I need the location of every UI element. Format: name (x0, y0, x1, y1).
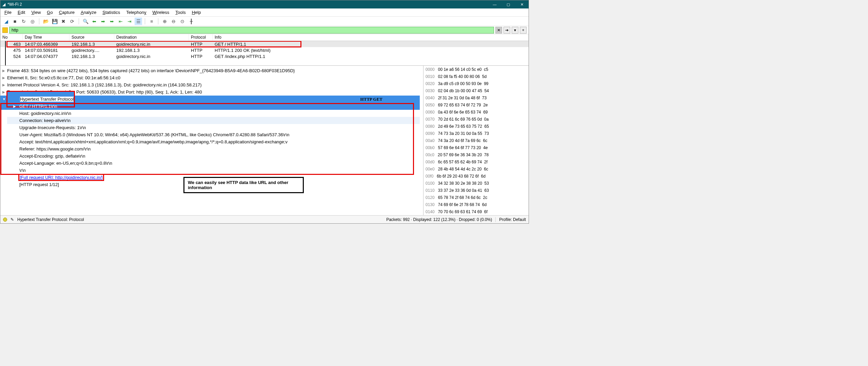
col-info[interactable]: Info (213, 34, 529, 41)
hex-row[interactable]: 00d0 6c 65 57 65 62 4b 69 74 2f (426, 160, 527, 167)
hex-row[interactable]: 0130 74 69 6f 6e 2f 78 68 74 6d (426, 202, 527, 209)
packet-row[interactable]: 475 14:07:03.509181 goidirectory.… 192.1… (0, 47, 529, 53)
auto-scroll-icon[interactable]: ☰ (135, 18, 142, 25)
menu-view[interactable]: View (31, 10, 41, 15)
open-file-icon[interactable]: 📂 (42, 18, 50, 25)
add-filter-button[interactable]: + (520, 27, 527, 34)
cell-dst: goidirectory.nic.in (114, 54, 189, 59)
hex-row[interactable]: 0000 00 1e a6 56 14 c0 5c e0 c5 (426, 67, 527, 74)
menu-tools[interactable]: Tools (175, 10, 185, 15)
hex-row[interactable]: 0110 33 37 2e 33 36 0d 0a 41 63 (426, 188, 527, 195)
resize-columns-icon[interactable]: ╂ (188, 18, 195, 25)
restart-capture-icon[interactable]: ↻ (20, 18, 27, 25)
hex-row[interactable]: 00c0 20 57 69 6e 36 34 3b 20 78 (426, 152, 527, 160)
detail-ip[interactable]: Internet Protocol Version 4, Src: 192.16… (7, 82, 202, 87)
menu-analyze[interactable]: Analyze (81, 10, 96, 15)
clear-filter-button[interactable]: ✕ (495, 27, 502, 34)
reload-icon[interactable]: ⟳ (68, 18, 76, 25)
apply-filter-button[interactable]: ➔ (504, 27, 510, 34)
close-button[interactable]: ✕ (515, 0, 529, 8)
detail-host[interactable]: Host: goidirectory.nic.in\r\n (19, 111, 71, 116)
detail-ref[interactable]: Referer: https://www.google.com/\r\n (19, 146, 91, 151)
hex-row[interactable]: 0140 70 70 6c 69 63 61 74 69 6f (426, 209, 527, 215)
hex-row[interactable]: 0030 02 04 db 1b 00 00 47 45 54 (426, 88, 527, 96)
col-src[interactable]: Source (70, 34, 114, 41)
packet-row[interactable]: 524 14:07:04.074377 192.168.1.3 goidirec… (0, 53, 529, 59)
hex-row[interactable]: 0090 74 73 3a 20 31 0d 0a 55 73 (426, 131, 527, 138)
packet-list[interactable]: 463 14:07:03.466369 192.168.1.3 goidirec… (0, 41, 529, 65)
menu-statistics[interactable]: Statistics (102, 10, 120, 15)
col-time[interactable]: Day Time (23, 34, 70, 41)
detail-accept[interactable]: Accept: text/html,application/xhtml+xml,… (19, 139, 288, 144)
hex-dump-pane[interactable]: 0000 00 1e a6 56 14 c0 5c e0 c50010 02 0… (423, 66, 529, 215)
packet-row[interactable]: 463 14:07:03.466369 192.168.1.3 goidirec… (0, 41, 529, 47)
cell-dst: goidirectory.nic.in (114, 42, 189, 47)
start-capture-icon[interactable]: ◢ (2, 18, 10, 25)
detail-al[interactable]: Accept-Language: en-US,en;q=0.9,bn;q=0.8… (19, 161, 112, 166)
detail-reqnum[interactable]: [HTTP request 1/12] (19, 182, 59, 187)
cell-src: goidirectory.… (70, 48, 114, 53)
capture-options-icon[interactable]: ◎ (29, 18, 36, 25)
find-icon[interactable]: 🔍 (82, 18, 89, 25)
mid-panes: ▶Frame 463: 534 bytes on wire (4272 bits… (0, 65, 529, 215)
hex-row[interactable]: 0050 69 72 65 63 74 6f 72 79 2e (426, 103, 527, 110)
detail-ua[interactable]: User-Agent: Mozilla/5.0 (Windows NT 10.0… (19, 132, 290, 137)
menu-telephony[interactable]: Telephony (126, 10, 146, 15)
detail-upg[interactable]: Upgrade-Insecure-Requests: 1\r\n (19, 125, 86, 130)
display-filter-input[interactable] (9, 27, 494, 34)
detail-full-uri-link[interactable]: [Full request URI: http://goidirectory.n… (19, 175, 103, 180)
col-proto[interactable]: Protocol (189, 34, 213, 41)
bookmark-icon[interactable] (2, 27, 8, 33)
expert-info-icon[interactable] (3, 218, 7, 222)
status-profile[interactable]: Profile: Default (495, 217, 526, 222)
col-no[interactable]: No (0, 34, 23, 41)
menu-wireless[interactable]: Wireless (153, 10, 170, 15)
hex-row[interactable]: 0100 34 32 38 30 2e 38 38 20 53 (426, 181, 527, 188)
hex-row[interactable]: 00e0 28 4b 48 54 4d 4c 2c 20 6c (426, 167, 527, 174)
colorize-icon[interactable]: ≡ (148, 18, 155, 25)
go-first-icon[interactable]: ⇤ (117, 18, 124, 25)
filter-history-button[interactable]: ▾ (512, 27, 518, 34)
hex-row[interactable]: 0040 2f 31 2e 31 0d 0a 48 6f 73 (426, 96, 527, 103)
maximize-button[interactable]: ▢ (501, 0, 515, 8)
hex-row[interactable]: 0120 65 78 74 2f 68 74 6d 6c 2c (426, 195, 527, 202)
overlay-http-get: HTTP GET (360, 97, 382, 102)
minimize-button[interactable]: — (488, 0, 501, 8)
zoom-out-icon[interactable]: ⊖ (170, 18, 177, 25)
hex-row[interactable]: 00f0 6b 6f 29 20 43 68 72 6f 6d (426, 174, 527, 181)
hex-row[interactable]: 0020 3a d9 c5 c9 00 50 93 0e 99 (426, 81, 527, 88)
detail-http-title[interactable]: Hypertext Transfer Protocol (20, 97, 74, 102)
hex-row[interactable]: 0060 0a 43 6f 6e 6e 65 63 74 69 (426, 110, 527, 117)
detail-frame[interactable]: Frame 463: 534 bytes on wire (4272 bits)… (7, 68, 295, 73)
menu-file[interactable]: File (4, 10, 12, 15)
edit-icon[interactable]: ✎ (11, 217, 14, 222)
menu-go[interactable]: Go (47, 10, 53, 15)
menu-edit[interactable]: Edit (18, 10, 25, 15)
cell-src: 192.168.1.3 (70, 54, 114, 59)
go-to-packet-icon[interactable]: ➥ (108, 18, 116, 25)
hex-row[interactable]: 0080 2d 49 6e 73 65 63 75 72 65 (426, 124, 527, 131)
col-dst[interactable]: Destination (114, 34, 189, 41)
hex-row[interactable]: 0070 70 2d 61 6c 69 76 65 0d 0a (426, 117, 527, 124)
hex-row[interactable]: 00a0 74 3a 20 4d 6f 7a 69 6c 6c (426, 138, 527, 145)
annotation-callout: We can easily see HTTP data like URL and… (183, 177, 304, 193)
detail-conn[interactable]: Connection: keep-alive\r\n (19, 118, 71, 123)
zoom-reset-icon[interactable]: ⊙ (179, 18, 186, 25)
menu-capture[interactable]: Capture (59, 10, 75, 15)
go-last-icon[interactable]: ⇥ (126, 18, 133, 25)
zoom-in-icon[interactable]: ⊕ (161, 18, 169, 25)
detail-get[interactable]: GET / HTTP/1.1\r\n (19, 104, 57, 109)
detail-crlf[interactable]: \r\n (19, 168, 26, 173)
hex-row[interactable]: 00b0 57 69 6e 64 6f 77 73 20 4e (426, 145, 527, 152)
detail-ae[interactable]: Accept-Encoding: gzip, deflate\r\n (19, 154, 85, 159)
stop-capture-icon[interactable]: ■ (11, 18, 19, 25)
go-forward-icon[interactable]: ➡ (99, 18, 107, 25)
detail-eth[interactable]: Ethernet II, Src: 5c:e0:c5:8c:ce:77, Dst… (7, 75, 120, 80)
hex-row[interactable]: 0010 02 08 fa f5 40 00 80 06 5d (426, 74, 527, 81)
cell-time: 14:07:03.509181 (23, 48, 70, 53)
save-file-icon[interactable]: 💾 (51, 18, 58, 25)
go-back-icon[interactable]: ⬅ (91, 18, 98, 25)
packet-details-pane[interactable]: ▶Frame 463: 534 bytes on wire (4272 bits… (0, 66, 423, 215)
menu-help[interactable]: Help (192, 10, 201, 15)
close-file-icon[interactable]: ✖ (60, 18, 67, 25)
